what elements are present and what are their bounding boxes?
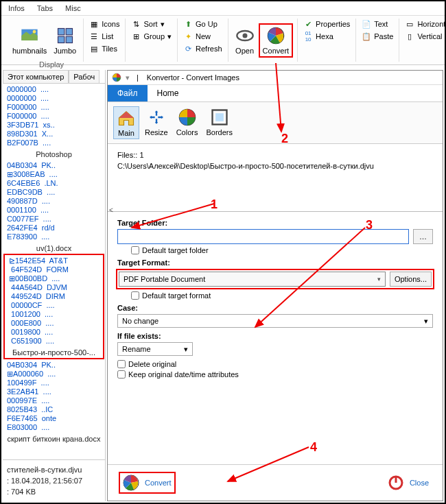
target-folder-label: Target Folder: — [117, 219, 433, 227]
chevron-down-icon: ▾ — [184, 345, 188, 354]
group-button[interactable]: ⊞Group ▾ — [130, 31, 173, 42]
vertical-button[interactable]: ▯Vertical — [403, 31, 446, 42]
hex-block-1[interactable]: 0000000 ....0000000 ....F000000 ....F000… — [3, 84, 105, 149]
power-icon — [388, 475, 404, 491]
dialog-title: Konvertor - Convert Images — [147, 73, 239, 82]
hex-block-4[interactable]: 04B0304 PK..⊞A000060 ....100499F ....3E2… — [3, 359, 105, 433]
main-tab-button[interactable]: Main — [113, 106, 139, 139]
new-button[interactable]: ✦New — [182, 31, 224, 42]
colors-tab-button[interactable]: Colors — [174, 106, 201, 139]
tab-file[interactable]: Файл — [108, 85, 148, 101]
info-date: : 18.04.2018, 21:56:07 — [7, 475, 101, 486]
target-format-label: Target Format: — [117, 259, 433, 267]
jumbo-button[interactable]: Jumbo — [51, 25, 79, 56]
convert-run-icon — [123, 475, 139, 491]
house-icon — [117, 108, 136, 128]
convert-action-button[interactable]: Convert — [119, 472, 176, 494]
target-format-combo[interactable]: PDF Portable Document▾ — [119, 272, 386, 287]
hex-block-3[interactable]: ⊵1542E54 AT&T 64F524D FORM⊞00B00BD .... … — [5, 255, 103, 347]
horizontal-icon: ▭ — [405, 19, 414, 29]
dialog-footer: Convert Close — [108, 464, 443, 501]
icons-icon: ▦ — [89, 19, 99, 29]
annotation-2: 2 — [281, 132, 288, 146]
dialog-ribbon: Main Resize Colors Borders — [108, 102, 443, 144]
default-folder-checkbox[interactable]: Default target folder — [131, 246, 433, 254]
refresh-icon: ⟳ — [183, 44, 193, 53]
convert-button[interactable]: Convert — [259, 23, 294, 58]
new-icon: ✦ — [183, 32, 193, 41]
sort-button[interactable]: ⇅Sort ▾ — [130, 19, 173, 29]
format-options-button[interactable]: Options... — [390, 272, 432, 287]
ribbon-toolbar: humbnails Jumbo ▦Icons ☰List ▤Tiles ⇅Sor… — [1, 16, 445, 65]
svg-rect-12 — [215, 113, 224, 121]
annotation-1: 1 — [211, 197, 218, 212]
keep-date-checkbox[interactable]: Keep original date/time attributes — [117, 370, 433, 379]
paste-button[interactable]: 📋Paste — [360, 31, 395, 42]
paste-icon: 📋 — [362, 32, 371, 41]
convert-dialog: ▾ | Konvertor - Convert Images Файл Home… — [107, 70, 443, 501]
sort-icon: ⇅ — [131, 19, 141, 29]
tiles-icon: ▤ — [89, 44, 99, 53]
hex-label-1: Photoshop — [3, 149, 105, 160]
eye-icon — [235, 26, 255, 45]
vertical-icon: ▯ — [405, 32, 414, 41]
text-icon: 📄 — [362, 19, 371, 29]
lp-tab-desktop[interactable]: Рабоч — [69, 70, 99, 83]
hex-label-3: Быстро-и-просто-500-... — [5, 347, 103, 358]
chevron-down-icon: ▾ — [424, 317, 428, 326]
splitter[interactable]: < — [108, 211, 443, 212]
info-size: : 704 KB — [7, 486, 101, 497]
horizontal-button[interactable]: ▭Horizontal — [403, 19, 446, 29]
annotation-3: 3 — [366, 218, 373, 232]
dialog-body: Files:: 1 C:\Users\Алексей\Desktop\Быстр… — [108, 144, 443, 464]
files-count: Files:: 1 — [117, 151, 433, 159]
jumbo-icon — [56, 26, 75, 45]
refresh-button[interactable]: ⟳Refresh — [182, 43, 224, 54]
up-arrow-icon: ⬆ — [183, 19, 193, 29]
hex-label-2: uv(1).docx — [3, 243, 105, 254]
close-button[interactable]: Close — [385, 475, 432, 491]
menu-tabs[interactable]: Tabs — [37, 4, 53, 12]
properties-button[interactable]: ✔Properties — [302, 19, 351, 29]
colors-aperture-icon — [178, 108, 197, 127]
text-button[interactable]: 📄Text — [360, 19, 395, 29]
svg-rect-2 — [58, 28, 64, 34]
group-icon: ⊞ — [131, 32, 141, 41]
svg-point-1 — [33, 29, 36, 33]
lp-tab-computer[interactable]: Этот компьютер — [3, 70, 69, 83]
checkmark-icon: ✔ — [303, 19, 313, 29]
ifexists-combo[interactable]: Rename▾ — [117, 342, 193, 356]
case-combo[interactable]: No change▾ — [117, 314, 433, 328]
default-format-checkbox[interactable]: Default target format — [131, 291, 433, 300]
svg-rect-3 — [66, 28, 72, 34]
resize-tab-button[interactable]: Resize — [142, 106, 171, 139]
file-path: C:\Users\Алексей\Desktop\Быстро-и-просто… — [117, 162, 433, 170]
hex-icon: 0110 — [303, 32, 313, 41]
thumbnails-button[interactable]: humbnails — [10, 25, 49, 56]
list-icon: ☰ — [89, 32, 99, 41]
list-button[interactable]: ☰List — [88, 31, 121, 42]
menu-misc[interactable]: Misc — [65, 4, 81, 12]
hex-block-2[interactable]: 04B0304 PK..⊞3008EAB ....6C4EBE6 .LN.EDB… — [3, 160, 105, 243]
delete-original-checkbox[interactable]: Delete original — [117, 360, 433, 368]
app-aperture-icon — [112, 73, 121, 82]
open-button[interactable]: Open — [233, 25, 257, 56]
hexa-button[interactable]: 0110Hexa — [302, 31, 351, 42]
annotation-4: 4 — [310, 440, 317, 455]
borders-tab-button[interactable]: Borders — [203, 106, 235, 139]
case-label: Case: — [117, 304, 433, 312]
browse-button[interactable]: … — [413, 229, 433, 244]
goup-button[interactable]: ⬆Go Up — [182, 19, 224, 29]
ribbon-group-label: Display — [39, 60, 64, 69]
menu-infos[interactable]: Infos — [8, 4, 25, 12]
svg-point-7 — [242, 33, 247, 38]
info-filename: стителей-в-сутки.djvu — [7, 464, 101, 475]
tiles-button[interactable]: ▤Tiles — [88, 43, 121, 54]
thumbnails-label: humbnails — [12, 47, 47, 55]
convert-aperture-icon — [266, 26, 285, 45]
grip-icon: < — [109, 206, 113, 214]
tab-home[interactable]: Home — [148, 85, 189, 101]
menu-bar: Infos Tabs Misc — [1, 1, 445, 16]
icons-button[interactable]: ▦Icons — [88, 19, 121, 29]
borders-icon — [210, 108, 229, 127]
